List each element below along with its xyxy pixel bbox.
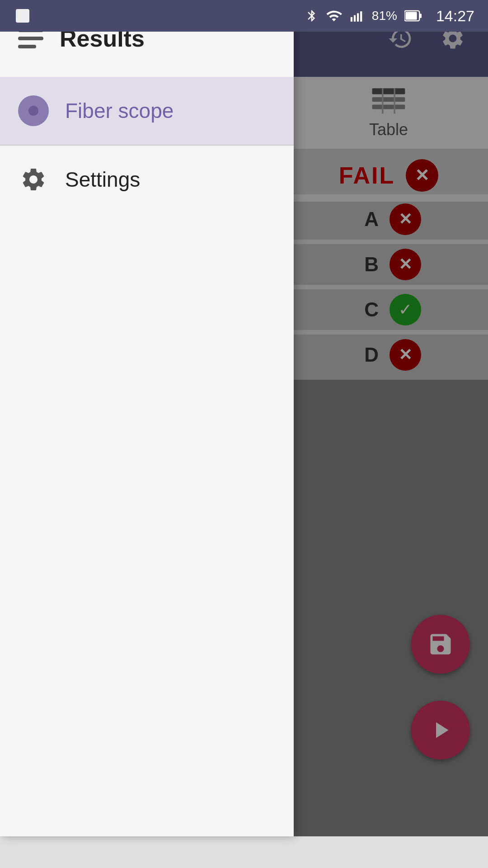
signal-icon (349, 8, 365, 24)
status-icons: 81% 14:27 (305, 7, 474, 25)
svg-rect-6 (405, 12, 417, 19)
drawer-item-settings[interactable]: Settings (0, 146, 294, 213)
svg-rect-0 (351, 17, 352, 22)
bluetooth-icon (305, 8, 319, 24)
drawer-item-fiber-scope-label: Fiber scope (65, 99, 174, 123)
svg-rect-3 (360, 11, 362, 22)
svg-rect-2 (357, 13, 359, 21)
drawer-scrim[interactable] (294, 0, 488, 836)
status-bar-left (14, 7, 32, 25)
fiber-scope-inner (28, 106, 38, 116)
battery-percentage: 81% (372, 9, 397, 23)
battery-icon (404, 9, 422, 23)
drawer-item-fiber-scope[interactable]: Fiber scope (0, 77, 294, 145)
settings-gear-icon (18, 164, 49, 195)
drawer-item-settings-label: Settings (65, 167, 140, 192)
fiber-scope-dot-icon (18, 95, 49, 126)
wifi-icon (326, 8, 342, 24)
status-time: 14:27 (436, 7, 474, 25)
navigation-drawer: Results Fiber scope Settings (0, 0, 294, 836)
svg-rect-1 (354, 15, 356, 22)
svg-rect-5 (419, 14, 422, 18)
photo-icon (14, 7, 32, 25)
status-bar: 81% 14:27 (0, 0, 488, 32)
